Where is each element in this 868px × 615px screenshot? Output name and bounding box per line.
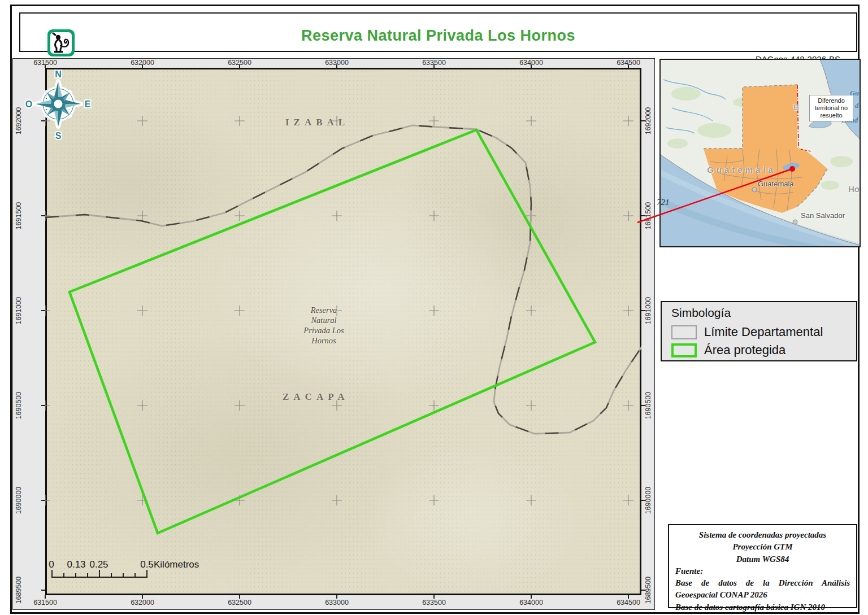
grid-tick bbox=[531, 64, 532, 68]
page-title: Reserva Natural Privada Los Hornos bbox=[20, 27, 856, 45]
region-label-zacapa: ZACAPA bbox=[283, 391, 349, 403]
reserve-label-line: Natural bbox=[283, 315, 365, 325]
grid-label-left: 1690500 bbox=[15, 380, 23, 431]
reserve-label-line: Hornos bbox=[283, 335, 365, 346]
legend-item-label: Área protegida bbox=[704, 343, 785, 357]
compass-west-label: O bbox=[25, 99, 32, 109]
grid-label-right: 1689500 bbox=[644, 565, 652, 615]
grid-label-right: 1691000 bbox=[644, 285, 652, 336]
scale-bar-tick bbox=[99, 570, 100, 577]
scale-bar-tick bbox=[63, 573, 64, 577]
grid-tick bbox=[45, 595, 46, 599]
source-line-2: Base de datos cartografía básica IGN 201… bbox=[675, 601, 850, 613]
scale-label-025: 0.25 bbox=[82, 559, 116, 570]
reserve-label-line: Privada Los bbox=[283, 325, 365, 335]
grid-tick bbox=[641, 405, 645, 406]
compass-rose: N E S O bbox=[19, 64, 98, 143]
departmental-boundary-swatch bbox=[671, 325, 697, 339]
scale-bar-tick bbox=[87, 573, 88, 577]
note-line: resuelto bbox=[810, 112, 852, 119]
grid-label-right: 1690000 bbox=[644, 475, 652, 526]
grid-tick bbox=[641, 310, 645, 311]
header: CONAP Reserva Natural Privada Los Hornos… bbox=[19, 12, 857, 52]
grid-label-bottom: 632500 bbox=[214, 599, 265, 607]
inset-belize-fragment: B bbox=[793, 103, 799, 112]
region-label-izabal: IZABAL bbox=[285, 117, 349, 128]
legend-item-label: Límite Departamental bbox=[704, 325, 823, 339]
grid-label-left: 1691500 bbox=[15, 190, 23, 241]
grid-label-bottom: 631500 bbox=[20, 599, 71, 607]
grid-tick bbox=[628, 595, 629, 599]
grid-tick bbox=[142, 64, 143, 68]
grid-tick bbox=[41, 405, 45, 406]
grid-label-bottom: 633000 bbox=[311, 599, 362, 607]
source-line-1: Base de datos de la Dirección Análisis G… bbox=[675, 577, 850, 601]
scale-bar-tick bbox=[146, 570, 147, 577]
inset-country-label: Guatemala bbox=[693, 165, 789, 175]
grid-tick bbox=[41, 120, 45, 121]
grid-label-left: 1690000 bbox=[15, 475, 23, 526]
grid-label-left: 1692000 bbox=[15, 95, 23, 146]
inset-honduras-fragment: Ho bbox=[848, 184, 860, 194]
grid-label-bottom: 632000 bbox=[117, 599, 168, 607]
scale-bar bbox=[51, 577, 147, 578]
legend: Simbología Límite Departamental Área pro… bbox=[661, 301, 857, 361]
grid-tick bbox=[239, 64, 240, 68]
legend-title: Simbología bbox=[671, 306, 731, 320]
grid-tick bbox=[41, 310, 45, 311]
grid-label-right: 1691500 bbox=[644, 190, 652, 241]
scale-bar-tick bbox=[75, 573, 76, 577]
scale-bar-tick bbox=[51, 570, 53, 577]
note-line: territorial no bbox=[810, 104, 852, 112]
inset-city-label: San Salvador bbox=[801, 211, 845, 220]
coordinate-system-line: Sistema de coordenadas proyectadas bbox=[675, 529, 850, 541]
grid-tick bbox=[641, 215, 645, 216]
grid-tick bbox=[239, 595, 240, 599]
grid-tick bbox=[41, 590, 45, 591]
projection-line: Proyección GTM bbox=[675, 541, 850, 553]
map-metadata-box: Sistema de coordenadas proyectadas Proye… bbox=[668, 524, 857, 608]
grid-tick bbox=[641, 590, 645, 591]
grid-label-right: 1692000 bbox=[644, 95, 652, 146]
grid-tick bbox=[433, 64, 435, 68]
datum-line: Datum WGS84 bbox=[675, 553, 850, 565]
grid-tick bbox=[41, 215, 45, 216]
grid-tick bbox=[641, 120, 645, 121]
reserve-name-label: Reserva Natural Privada Los Hornos bbox=[283, 305, 365, 346]
grid-label-bottom: 633500 bbox=[409, 599, 459, 607]
inset-san-salvador-dot bbox=[793, 220, 797, 224]
scale-bar-tick bbox=[134, 573, 136, 577]
source-heading: Fuente: bbox=[675, 565, 850, 577]
grid-tick bbox=[142, 595, 143, 599]
protected-area-swatch bbox=[671, 343, 697, 357]
grid-tick bbox=[531, 595, 532, 599]
compass-north-label: N bbox=[55, 69, 62, 79]
inset-capital-label: Guatemala bbox=[758, 180, 794, 188]
inset-sea-fragment: d bbox=[855, 102, 858, 110]
grid-tick bbox=[41, 500, 45, 501]
grid-label-left: 1689500 bbox=[15, 565, 23, 615]
territorial-note-box: Diferendo territorial no resuelto bbox=[809, 95, 853, 121]
inset-road-number: 721 bbox=[657, 198, 670, 207]
grid-tick bbox=[45, 64, 46, 68]
grid-tick bbox=[336, 64, 337, 68]
reserve-label-line: Reserva bbox=[283, 305, 365, 315]
scale-unit-label: Kilómetros bbox=[154, 559, 199, 570]
grid-label-bottom: 634000 bbox=[506, 599, 557, 607]
inset-locator-map: Guatemala Guatemala San Salvador Ho B Gu… bbox=[659, 59, 861, 247]
grid-tick bbox=[628, 64, 629, 68]
scale-bar-tick bbox=[123, 573, 124, 577]
compass-east-label: E bbox=[85, 99, 91, 109]
grid-label-right: 1690500 bbox=[644, 380, 652, 431]
grid-tick bbox=[433, 595, 435, 599]
grid-label-left: 1691000 bbox=[15, 285, 23, 336]
compass-south-label: S bbox=[55, 131, 62, 141]
scale-bar-tick bbox=[111, 573, 112, 577]
grid-tick bbox=[336, 595, 337, 599]
map-document-page: CONAP Reserva Natural Privada Los Hornos… bbox=[0, 0, 868, 615]
inset-guatemala-city-dot bbox=[752, 187, 757, 192]
grid-tick bbox=[641, 500, 645, 501]
note-line: Diferendo bbox=[810, 97, 852, 104]
